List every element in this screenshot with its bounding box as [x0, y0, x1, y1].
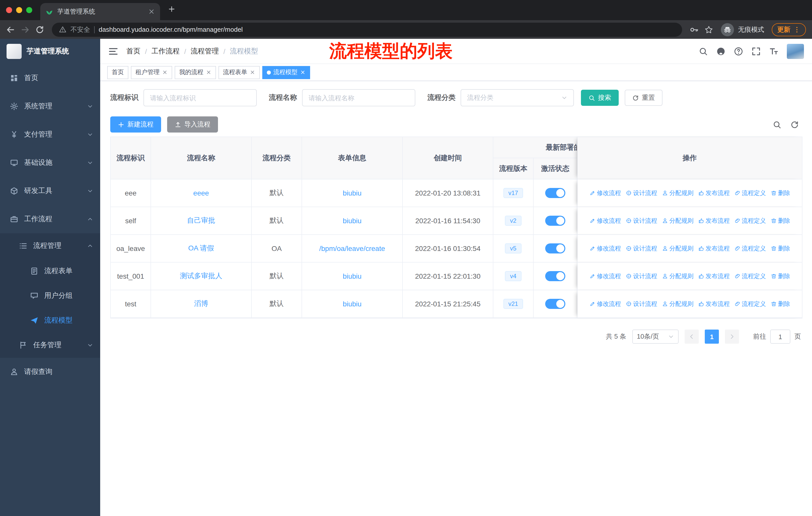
search-button[interactable]: 搜索: [581, 90, 619, 106]
model-name-link[interactable]: OA 请假: [188, 244, 214, 252]
version-badge[interactable]: v2: [505, 216, 521, 226]
tag-流程模型[interactable]: 流程模型: [262, 66, 310, 79]
process-category-select[interactable]: 流程分类: [461, 89, 574, 106]
back-button[interactable]: [6, 25, 15, 34]
model-name-link[interactable]: 自己审批: [187, 216, 215, 224]
sidebar-item-system[interactable]: 系统管理: [0, 92, 100, 120]
breadcrumb-item[interactable]: 工作流程: [151, 47, 180, 56]
process-key-input[interactable]: [143, 89, 257, 106]
action-assign-rules-link[interactable]: 分配规则: [662, 272, 693, 281]
fullscreen-icon[interactable]: [752, 47, 761, 56]
action-definition-link[interactable]: 流程定义: [734, 217, 766, 225]
active-toggle[interactable]: [545, 299, 565, 309]
sidebar-item-task-manage[interactable]: 任务管理: [0, 332, 100, 358]
help-icon[interactable]: [734, 47, 743, 56]
action-assign-rules-link[interactable]: 分配规则: [662, 244, 693, 253]
breadcrumb-item[interactable]: 流程管理: [191, 47, 219, 56]
form-info-link[interactable]: biubiu: [343, 300, 362, 308]
version-badge[interactable]: v4: [505, 271, 521, 281]
window-minimize-button[interactable]: [16, 7, 22, 13]
sidebar-item-leave-query[interactable]: 请假查询: [0, 358, 100, 386]
form-info-link[interactable]: biubiu: [343, 189, 362, 197]
sidebar-item-dev-tools[interactable]: 研发工具: [0, 177, 100, 205]
tag-租户管理[interactable]: 租户管理: [131, 66, 172, 79]
sidebar-item-payment[interactable]: 支付管理: [0, 120, 100, 148]
close-icon[interactable]: [250, 70, 255, 75]
action-design-link[interactable]: 设计流程: [626, 300, 657, 308]
active-toggle[interactable]: [545, 243, 565, 253]
create-model-button[interactable]: 新建流程: [110, 116, 161, 133]
new-tab-button[interactable]: [165, 2, 178, 16]
version-badge[interactable]: v17: [503, 188, 523, 198]
action-publish-link[interactable]: 发布流程: [698, 217, 730, 225]
version-badge[interactable]: v5: [505, 243, 521, 253]
action-delete-link[interactable]: 删除: [771, 189, 790, 197]
action-delete-link[interactable]: 删除: [771, 244, 790, 253]
tag-首页[interactable]: 首页: [107, 66, 128, 79]
sidebar-item-process-form[interactable]: 流程表单: [0, 259, 100, 283]
form-info-link[interactable]: biubiu: [343, 272, 362, 280]
github-icon[interactable]: [716, 47, 725, 56]
next-page-button[interactable]: [725, 330, 739, 344]
action-definition-link[interactable]: 流程定义: [734, 300, 766, 308]
process-name-input[interactable]: [302, 89, 415, 106]
action-publish-link[interactable]: 发布流程: [698, 244, 730, 253]
menu-dots-icon[interactable]: [793, 26, 801, 33]
action-delete-link[interactable]: 删除: [771, 300, 790, 308]
form-info-link[interactable]: /bpm/oa/leave/create: [319, 244, 385, 252]
page-number-button[interactable]: 1: [705, 330, 719, 344]
page-size-select[interactable]: 10条/页: [632, 330, 678, 344]
action-delete-link[interactable]: 删除: [771, 217, 790, 225]
action-publish-link[interactable]: 发布流程: [698, 300, 730, 308]
action-edit-link[interactable]: 修改流程: [589, 217, 621, 225]
tag-我的流程[interactable]: 我的流程: [175, 66, 216, 79]
tab-close-icon[interactable]: [148, 8, 155, 15]
update-button[interactable]: 更新: [772, 23, 806, 36]
breadcrumb-item[interactable]: 首页: [126, 47, 141, 56]
refresh-table-button[interactable]: [790, 120, 799, 129]
model-name-link[interactable]: eeee: [193, 189, 209, 197]
action-publish-link[interactable]: 发布流程: [698, 272, 730, 281]
import-model-button[interactable]: 导入流程: [167, 116, 218, 133]
action-design-link[interactable]: 设计流程: [626, 217, 657, 225]
window-close-button[interactable]: [6, 7, 12, 13]
close-icon[interactable]: [300, 70, 306, 75]
action-edit-link[interactable]: 修改流程: [589, 300, 621, 308]
action-edit-link[interactable]: 修改流程: [589, 272, 621, 281]
version-badge[interactable]: v21: [503, 299, 523, 309]
sidebar-item-home[interactable]: 首页: [0, 64, 100, 92]
reset-button[interactable]: 重置: [625, 90, 663, 106]
sidebar-item-infrastructure[interactable]: 基础设施: [0, 148, 100, 177]
action-edit-link[interactable]: 修改流程: [589, 244, 621, 253]
form-info-link[interactable]: biubiu: [343, 217, 362, 225]
action-edit-link[interactable]: 修改流程: [589, 189, 621, 197]
password-key-icon[interactable]: [690, 25, 699, 34]
hamburger-icon[interactable]: [108, 46, 118, 56]
action-design-link[interactable]: 设计流程: [626, 244, 657, 253]
action-definition-link[interactable]: 流程定义: [734, 272, 766, 281]
model-name-link[interactable]: 测试多审批人: [180, 272, 222, 280]
browser-tab[interactable]: 芋道管理系统: [40, 3, 160, 20]
action-publish-link[interactable]: 发布流程: [698, 189, 730, 197]
close-icon[interactable]: [162, 70, 168, 75]
action-design-link[interactable]: 设计流程: [626, 272, 657, 281]
action-design-link[interactable]: 设计流程: [626, 189, 657, 197]
avatar[interactable]: [787, 44, 804, 59]
action-definition-link[interactable]: 流程定义: [734, 189, 766, 197]
sidebar-item-workflow[interactable]: 工作流程: [0, 205, 100, 233]
active-toggle[interactable]: [545, 188, 565, 198]
forward-button[interactable]: [21, 25, 30, 34]
goto-page-input[interactable]: [770, 330, 790, 344]
bookmark-star-icon[interactable]: [704, 25, 713, 34]
toggle-search-button[interactable]: [773, 120, 781, 129]
action-assign-rules-link[interactable]: 分配规则: [662, 189, 693, 197]
tag-流程表单[interactable]: 流程表单: [219, 66, 260, 79]
action-delete-link[interactable]: 删除: [771, 272, 790, 281]
action-assign-rules-link[interactable]: 分配规则: [662, 300, 693, 308]
close-icon[interactable]: [206, 70, 211, 75]
prev-page-button[interactable]: [685, 330, 699, 344]
action-definition-link[interactable]: 流程定义: [734, 244, 766, 253]
search-icon[interactable]: [699, 47, 708, 56]
reload-button[interactable]: [35, 25, 44, 34]
sidebar-item-user-group[interactable]: 用户分组: [0, 283, 100, 308]
